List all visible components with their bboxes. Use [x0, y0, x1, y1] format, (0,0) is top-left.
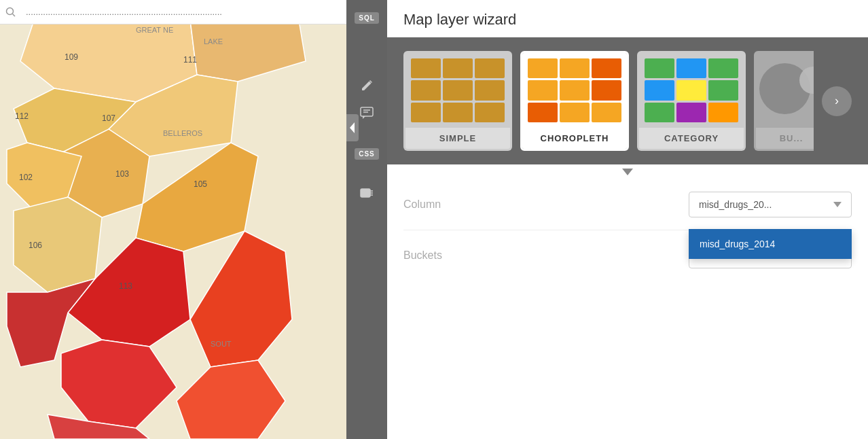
css-badge: CSS: [355, 148, 379, 160]
svg-marker-41: [833, 202, 842, 207]
search-icon: [5, 7, 16, 18]
bubble-preview: [756, 53, 814, 128]
svg-text:105: 105: [194, 179, 207, 189]
column-field-row: Column misd_drugs_20... misd_drugs_2014: [403, 179, 852, 230]
sql-badge: SQL: [355, 12, 379, 24]
choropleth-cell: [560, 80, 590, 100]
map-search-input[interactable]: [20, 4, 341, 20]
help-button[interactable]: ?: [352, 182, 382, 207]
category-preview: [639, 53, 744, 128]
sql-button[interactable]: SQL: [352, 5, 382, 30]
map-search-bar[interactable]: [0, 0, 346, 24]
layer-card-category[interactable]: CATEGORY: [637, 51, 746, 151]
simple-cell: [411, 58, 441, 78]
svg-text:102: 102: [19, 173, 33, 182]
buckets-label: Buckets: [403, 249, 539, 262]
layer-card-bubble[interactable]: BU...: [754, 51, 814, 151]
next-button[interactable]: ›: [822, 86, 852, 116]
edit-icon: [361, 80, 373, 92]
column-select[interactable]: misd_drugs_20...: [689, 192, 852, 217]
category-label: CATEGORY: [639, 128, 744, 149]
layer-card-choropleth[interactable]: CHOROPLETH: [520, 51, 629, 151]
choropleth-cell: [560, 58, 590, 78]
svg-text:106: 106: [29, 241, 42, 250]
dropdown-item-misd-drugs-2014[interactable]: misd_drugs_2014: [689, 229, 852, 259]
bubble-label: BU...: [756, 128, 814, 149]
simple-label: SIMPLE: [405, 128, 510, 149]
collapse-arrow[interactable]: [346, 114, 359, 141]
column-control: misd_drugs_20... misd_drugs_2014: [539, 192, 852, 217]
column-label: Column: [403, 198, 539, 211]
category-cell: [708, 58, 738, 78]
svg-text:LAKE: LAKE: [204, 37, 223, 46]
svg-text:GREAT NE: GREAT NE: [136, 26, 173, 34]
svg-text:113: 113: [119, 281, 132, 291]
svg-point-0: [7, 7, 14, 14]
edit-button[interactable]: [352, 73, 382, 98]
svg-text:SOUT: SOUT: [211, 340, 232, 348]
column-dropdown: misd_drugs_2014: [689, 229, 852, 259]
select-arrow-icon: [833, 202, 842, 207]
simple-cell: [443, 80, 473, 100]
choropleth-cell: [592, 103, 621, 122]
simple-preview: [405, 53, 510, 128]
sidebar: SQL CSS ?: [346, 0, 387, 439]
wizard-panel: Map layer wizard: [387, 0, 868, 439]
collapse-icon: [349, 122, 356, 133]
help-icon: ?: [360, 188, 374, 200]
svg-text:109: 109: [65, 52, 78, 62]
svg-text:103: 103: [115, 169, 129, 179]
choropleth-preview: [522, 53, 627, 128]
category-cell: [676, 103, 706, 122]
layer-cards: SIMPLE CHOROPLETH: [403, 51, 814, 151]
svg-text:107: 107: [102, 113, 115, 123]
down-arrow-icon: [622, 169, 633, 175]
simple-cell: [475, 58, 505, 78]
choropleth-cell: [592, 80, 621, 100]
category-cell: [676, 80, 706, 100]
choropleth-cell: [528, 58, 558, 78]
wizard-title: Map layer wizard: [403, 11, 852, 29]
layer-card-simple[interactable]: SIMPLE: [403, 51, 512, 151]
comment-icon: [360, 107, 374, 119]
choropleth-cell: [560, 103, 590, 122]
choropleth-cell: [592, 58, 621, 78]
svg-text:?: ?: [363, 190, 367, 196]
simple-cell: [443, 58, 473, 78]
svg-text:BELLEROS: BELLEROS: [163, 129, 202, 137]
category-cell: [645, 80, 674, 100]
category-cell: [645, 58, 674, 78]
choropleth-cell: [528, 103, 558, 122]
column-select-value: misd_drugs_20...: [699, 199, 772, 210]
svg-line-1: [13, 14, 16, 16]
wizard-header: Map layer wizard: [387, 0, 868, 37]
column-select-wrapper: misd_drugs_20... misd_drugs_2014: [689, 192, 852, 217]
svg-marker-40: [622, 169, 633, 175]
map-area: GREAT NE LAKE BELLEROS SOUT 109 111 112 …: [0, 0, 346, 439]
css-button[interactable]: CSS: [352, 141, 382, 166]
simple-cell: [411, 103, 441, 122]
down-arrow-indicator: [387, 164, 868, 179]
simple-cell: [475, 103, 505, 122]
svg-text:111: 111: [183, 55, 197, 65]
simple-cell: [475, 80, 505, 100]
category-cell: [676, 58, 706, 78]
choropleth-label: CHOROPLETH: [522, 128, 627, 149]
svg-text:112: 112: [15, 111, 29, 121]
simple-cell: [411, 80, 441, 100]
category-cell: [708, 103, 738, 122]
map-visualization: GREAT NE LAKE BELLEROS SOUT 109 111 112 …: [0, 20, 346, 439]
choropleth-cell: [528, 80, 558, 100]
wizard-body: Column misd_drugs_20... misd_drugs_2014: [387, 179, 868, 439]
svg-marker-39: [350, 122, 355, 133]
simple-cell: [443, 103, 473, 122]
category-cell: [645, 103, 674, 122]
category-cell: [708, 80, 738, 100]
layer-type-selector: SIMPLE CHOROPLETH: [387, 37, 868, 164]
